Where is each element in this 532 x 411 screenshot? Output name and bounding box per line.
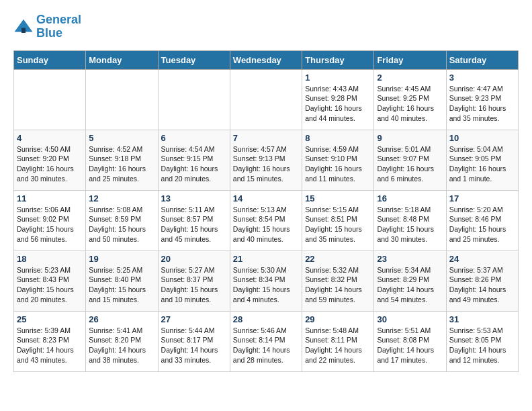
day-number: 30 (377, 314, 443, 324)
day-info: Sunrise: 5:44 AMSunset: 8:17 PMDaylight:… (161, 326, 227, 365)
day-info: Sunrise: 5:39 AMSunset: 8:23 PMDaylight:… (17, 326, 83, 365)
calendar-cell: 20Sunrise: 5:27 AMSunset: 8:37 PMDayligh… (158, 250, 230, 311)
calendar-cell: 17Sunrise: 5:20 AMSunset: 8:46 PMDayligh… (446, 190, 518, 250)
day-number: 11 (17, 193, 83, 203)
day-number: 17 (449, 193, 515, 203)
day-number: 19 (89, 254, 154, 264)
day-number: 6 (161, 133, 227, 143)
day-number: 29 (305, 314, 371, 324)
day-info: Sunrise: 5:37 AMSunset: 8:26 PMDaylight:… (449, 265, 515, 305)
day-info: Sunrise: 4:57 AMSunset: 9:13 PMDaylight:… (233, 144, 299, 184)
day-info: Sunrise: 5:32 AMSunset: 8:32 PMDaylight:… (305, 265, 371, 305)
calendar-cell: 22Sunrise: 5:32 AMSunset: 8:32 PMDayligh… (302, 250, 374, 311)
day-number: 9 (377, 133, 443, 143)
day-info: Sunrise: 4:59 AMSunset: 9:10 PMDaylight:… (305, 144, 371, 184)
calendar-cell: 21Sunrise: 5:30 AMSunset: 8:34 PMDayligh… (230, 250, 302, 311)
calendar-cell: 18Sunrise: 5:23 AMSunset: 8:43 PMDayligh… (14, 250, 86, 311)
calendar-table: SundayMondayTuesdayWednesdayThursdayFrid… (13, 50, 519, 372)
day-info: Sunrise: 5:20 AMSunset: 8:46 PMDaylight:… (449, 205, 515, 244)
calendar-cell (86, 69, 158, 130)
day-info: Sunrise: 5:13 AMSunset: 8:54 PMDaylight:… (233, 205, 299, 244)
day-info: Sunrise: 5:25 AMSunset: 8:40 PMDaylight:… (89, 265, 154, 305)
day-info: Sunrise: 4:50 AMSunset: 9:20 PMDaylight:… (17, 144, 83, 184)
calendar-cell: 8Sunrise: 4:59 AMSunset: 9:10 PMDaylight… (302, 130, 374, 190)
calendar-cell: 4Sunrise: 4:50 AMSunset: 9:20 PMDaylight… (14, 130, 86, 190)
calendar-cell (230, 69, 302, 130)
day-info: Sunrise: 4:43 AMSunset: 9:28 PMDaylight:… (305, 84, 371, 124)
calendar-cell: 13Sunrise: 5:11 AMSunset: 8:57 PMDayligh… (158, 190, 230, 250)
calendar-cell: 30Sunrise: 5:51 AMSunset: 8:08 PMDayligh… (374, 311, 446, 371)
calendar-cell: 31Sunrise: 5:53 AMSunset: 8:05 PMDayligh… (446, 311, 518, 371)
logo-text: General Blue (36, 13, 81, 40)
calendar-cell: 10Sunrise: 5:04 AMSunset: 9:05 PMDayligh… (446, 130, 518, 190)
day-number: 16 (377, 193, 443, 203)
day-number: 4 (17, 133, 83, 143)
calendar-cell: 29Sunrise: 5:48 AMSunset: 8:11 PMDayligh… (302, 311, 374, 371)
day-info: Sunrise: 5:46 AMSunset: 8:14 PMDaylight:… (233, 326, 299, 365)
day-info: Sunrise: 4:45 AMSunset: 9:25 PMDaylight:… (377, 84, 443, 124)
day-of-week-header: Thursday (302, 50, 374, 69)
calendar-cell (14, 69, 86, 130)
calendar-cell: 24Sunrise: 5:37 AMSunset: 8:26 PMDayligh… (446, 250, 518, 311)
day-number: 8 (305, 133, 371, 143)
calendar-week-row: 11Sunrise: 5:06 AMSunset: 9:02 PMDayligh… (14, 190, 519, 250)
day-info: Sunrise: 5:27 AMSunset: 8:37 PMDaylight:… (161, 265, 227, 305)
day-info: Sunrise: 5:15 AMSunset: 8:51 PMDaylight:… (305, 205, 371, 244)
day-number: 14 (233, 193, 299, 203)
day-number: 20 (161, 254, 227, 264)
day-number: 13 (161, 193, 227, 203)
day-info: Sunrise: 5:30 AMSunset: 8:34 PMDaylight:… (233, 265, 299, 305)
day-of-week-header: Sunday (14, 50, 86, 69)
day-info: Sunrise: 5:23 AMSunset: 8:43 PMDaylight:… (17, 265, 83, 305)
day-info: Sunrise: 5:34 AMSunset: 8:29 PMDaylight:… (377, 265, 443, 305)
calendar-week-row: 18Sunrise: 5:23 AMSunset: 8:43 PMDayligh… (14, 250, 519, 311)
day-number: 23 (377, 254, 443, 264)
calendar-header-row: SundayMondayTuesdayWednesdayThursdayFrid… (14, 50, 519, 69)
page-header: General Blue (13, 13, 519, 40)
calendar-cell: 9Sunrise: 5:01 AMSunset: 9:07 PMDaylight… (374, 130, 446, 190)
day-of-week-header: Wednesday (230, 50, 302, 69)
day-number: 26 (89, 314, 154, 324)
day-number: 21 (233, 254, 299, 264)
calendar-cell: 3Sunrise: 4:47 AMSunset: 9:23 PMDaylight… (446, 69, 518, 130)
day-info: Sunrise: 5:41 AMSunset: 8:20 PMDaylight:… (89, 326, 154, 365)
day-number: 28 (233, 314, 299, 324)
calendar-cell: 14Sunrise: 5:13 AMSunset: 8:54 PMDayligh… (230, 190, 302, 250)
day-number: 27 (161, 314, 227, 324)
calendar-cell: 15Sunrise: 5:15 AMSunset: 8:51 PMDayligh… (302, 190, 374, 250)
day-info: Sunrise: 5:53 AMSunset: 8:05 PMDaylight:… (449, 326, 515, 365)
day-info: Sunrise: 4:52 AMSunset: 9:18 PMDaylight:… (89, 144, 154, 184)
day-number: 15 (305, 193, 371, 203)
calendar-cell: 1Sunrise: 4:43 AMSunset: 9:28 PMDaylight… (302, 69, 374, 130)
svg-rect-1 (21, 28, 26, 33)
day-of-week-header: Monday (86, 50, 158, 69)
day-number: 10 (449, 133, 515, 143)
calendar-week-row: 4Sunrise: 4:50 AMSunset: 9:20 PMDaylight… (14, 130, 519, 190)
day-number: 24 (449, 254, 515, 264)
logo-icon (13, 17, 34, 37)
calendar-cell: 6Sunrise: 4:54 AMSunset: 9:15 PMDaylight… (158, 130, 230, 190)
calendar-cell: 27Sunrise: 5:44 AMSunset: 8:17 PMDayligh… (158, 311, 230, 371)
day-of-week-header: Tuesday (158, 50, 230, 69)
calendar-cell: 7Sunrise: 4:57 AMSunset: 9:13 PMDaylight… (230, 130, 302, 190)
calendar-week-row: 1Sunrise: 4:43 AMSunset: 9:28 PMDaylight… (14, 69, 519, 130)
day-number: 25 (17, 314, 83, 324)
day-info: Sunrise: 4:47 AMSunset: 9:23 PMDaylight:… (449, 84, 515, 124)
day-number: 2 (377, 73, 443, 83)
calendar-cell (158, 69, 230, 130)
day-info: Sunrise: 5:01 AMSunset: 9:07 PMDaylight:… (377, 144, 443, 184)
day-number: 7 (233, 133, 299, 143)
day-number: 1 (305, 73, 371, 83)
day-of-week-header: Friday (374, 50, 446, 69)
calendar-cell: 16Sunrise: 5:18 AMSunset: 8:48 PMDayligh… (374, 190, 446, 250)
calendar-cell: 23Sunrise: 5:34 AMSunset: 8:29 PMDayligh… (374, 250, 446, 311)
day-info: Sunrise: 5:48 AMSunset: 8:11 PMDaylight:… (305, 326, 371, 365)
calendar-cell: 26Sunrise: 5:41 AMSunset: 8:20 PMDayligh… (86, 311, 158, 371)
calendar-cell: 28Sunrise: 5:46 AMSunset: 8:14 PMDayligh… (230, 311, 302, 371)
day-info: Sunrise: 5:08 AMSunset: 8:59 PMDaylight:… (89, 205, 154, 244)
day-info: Sunrise: 5:06 AMSunset: 9:02 PMDaylight:… (17, 205, 83, 244)
calendar-cell: 19Sunrise: 5:25 AMSunset: 8:40 PMDayligh… (86, 250, 158, 311)
logo: General Blue (13, 13, 81, 40)
calendar-cell: 25Sunrise: 5:39 AMSunset: 8:23 PMDayligh… (14, 311, 86, 371)
day-info: Sunrise: 5:04 AMSunset: 9:05 PMDaylight:… (449, 144, 515, 184)
